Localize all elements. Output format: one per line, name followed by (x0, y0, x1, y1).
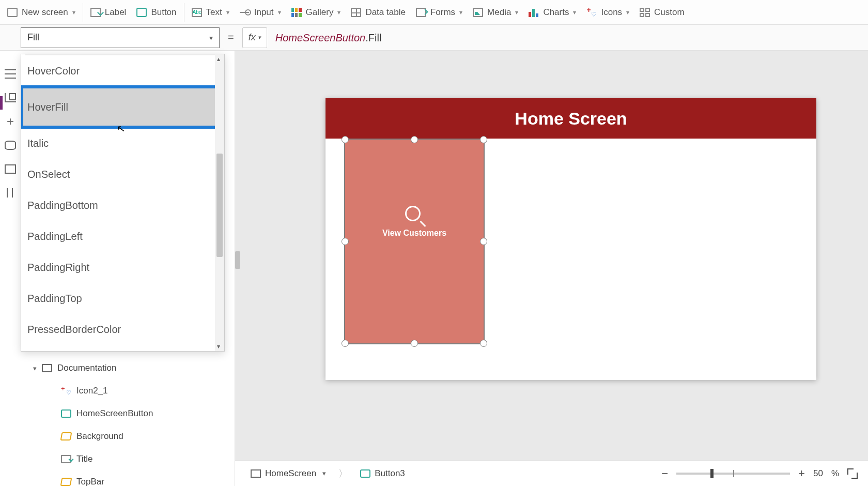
hamburger-icon[interactable] (5, 69, 16, 79)
chevron-down-icon: ▾ (337, 9, 340, 16)
prop-option-paddingright[interactable]: PaddingRight (21, 252, 224, 283)
crumb-screen[interactable]: HomeScreen ▾ (245, 466, 331, 481)
new-screen-label: New screen (22, 7, 68, 18)
icons-icon (61, 387, 71, 395)
prop-option-hoverfill[interactable]: HoverFill (21, 86, 224, 128)
prop-option-label: PaddingTop (27, 293, 82, 305)
new-screen-menu[interactable]: New screen ▾ (7, 7, 75, 18)
dropdown-top-edge (25, 54, 220, 55)
prop-option-paddingbottom[interactable]: PaddingBottom (21, 190, 224, 221)
input-label: Input (254, 7, 274, 18)
resize-handle-sw[interactable] (342, 340, 349, 347)
screen-icon (251, 469, 261, 478)
insert-button-button[interactable]: Button (136, 7, 176, 18)
insert-custom-menu[interactable]: Custom (640, 7, 685, 18)
screen-icon (42, 364, 52, 372)
text-label: Text (206, 7, 222, 18)
dropdown-scrollbar[interactable]: ▴ ▾ (215, 54, 224, 351)
app-header-title: Home Screen (515, 109, 627, 129)
chevron-down-icon: ▾ (226, 9, 229, 16)
chevron-down-icon: ▾ (459, 9, 462, 16)
resize-handle-s[interactable] (411, 340, 418, 347)
status-bar: HomeScreen ▾ 〉 Button3 − + 50 % (235, 460, 868, 486)
app-screen-preview[interactable]: Home Screen View Customers (326, 98, 816, 380)
prop-option-label: PaddingLeft (27, 231, 83, 242)
insert-forms-menu[interactable]: Forms ▾ (416, 7, 462, 18)
advanced-tools-icon[interactable] (5, 188, 16, 198)
left-rail: + (0, 51, 21, 486)
resize-handle-w[interactable] (342, 238, 349, 245)
fx-button[interactable]: fx ▾ (242, 27, 267, 48)
resize-handle-n[interactable] (411, 136, 418, 143)
formula-input[interactable]: HomeScreenButton.Fill (275, 32, 382, 44)
slider-knob[interactable] (710, 469, 714, 478)
tree-node-label: Icon2_1 (76, 386, 108, 396)
fit-to-window-icon[interactable] (847, 468, 858, 479)
insert-media-menu[interactable]: Media ▾ (473, 7, 518, 18)
text-icon: Abc (192, 8, 202, 17)
tree-node-title[interactable]: Title (61, 448, 230, 470)
table-icon (351, 8, 361, 17)
canvas-area[interactable]: Home Screen View Customers (235, 51, 868, 460)
property-select[interactable]: Fill ▾ (21, 27, 220, 48)
tree-node-background[interactable]: Background (61, 425, 230, 448)
screen-icon (7, 8, 18, 17)
label-icon (90, 8, 101, 17)
formula-reference: HomeScreenButton (275, 32, 366, 43)
crumb-control[interactable]: Button3 (355, 466, 410, 481)
resize-handle-se[interactable] (480, 340, 487, 347)
panel-resize-handle[interactable] (235, 251, 240, 269)
insert-gallery-menu[interactable]: Gallery ▾ (291, 7, 341, 18)
button-icon (360, 469, 370, 478)
selected-control[interactable]: View Customers (344, 139, 485, 344)
insert-charts-menu[interactable]: Charts ▾ (529, 7, 576, 18)
zoom-out-button[interactable]: − (661, 467, 668, 480)
prop-option-hovercolor[interactable]: HoverColor (21, 55, 224, 86)
scroll-down-icon[interactable]: ▾ (217, 343, 220, 350)
tree-node-topbar[interactable]: TopBar (61, 470, 230, 486)
tree-node-label: Background (76, 431, 123, 442)
data-icon[interactable] (5, 141, 16, 150)
tree-view-icon[interactable] (5, 93, 16, 102)
zoom-slider[interactable] (676, 473, 790, 475)
icons-label: Icons (601, 7, 622, 18)
zoom-controls: − + 50 % (661, 467, 858, 480)
resize-handle-e[interactable] (480, 238, 487, 245)
scroll-up-icon[interactable]: ▴ (217, 55, 220, 63)
prop-option-label: HoverFill (27, 101, 68, 113)
media-panel-icon[interactable] (5, 164, 16, 174)
chevron-down-icon: ▾ (573, 9, 576, 16)
button-text: Button (151, 7, 176, 18)
prop-option-italic[interactable]: Italic (21, 128, 224, 159)
prop-option-paddingleft[interactable]: PaddingLeft (21, 221, 224, 252)
insert-icon[interactable]: + (5, 117, 16, 126)
formula-bar: Fill ▾ = fx ▾ HomeScreenButton.Fill (0, 25, 868, 51)
prop-option-onselect[interactable]: OnSelect (21, 159, 224, 190)
zoom-unit: % (831, 468, 839, 479)
resize-handle-nw[interactable] (342, 136, 349, 143)
input-icon (240, 8, 250, 17)
form-icon (416, 8, 426, 17)
insert-text-menu[interactable]: Abc Text ▾ (192, 7, 229, 18)
insert-label-button[interactable]: Label (90, 7, 127, 18)
property-dropdown: HoverColor HoverFill Italic OnSelect Pad… (21, 54, 225, 352)
canvas-wrap: Home Screen View Customers (235, 51, 868, 486)
scroll-thumb[interactable] (216, 154, 223, 257)
custom-label: Custom (654, 7, 685, 18)
insert-icons-menu[interactable]: Icons ▾ (586, 7, 629, 18)
insert-datatable-button[interactable]: Data table (351, 7, 406, 18)
breadcrumb: HomeScreen ▾ 〉 Button3 (245, 466, 410, 481)
chevron-down-icon: ▾ (322, 469, 326, 477)
left-panel: + HoverColor HoverFill Italic OnSelect P… (0, 51, 235, 486)
tree-node-icon2_1[interactable]: Icon2_1 (61, 379, 230, 402)
resize-handle-ne[interactable] (480, 136, 487, 143)
prop-option-paddingtop[interactable]: PaddingTop (21, 283, 224, 314)
zoom-in-button[interactable]: + (798, 467, 805, 480)
chevron-down-icon: ▾ (626, 9, 629, 16)
prop-option-pressedbordercolor[interactable]: PressedBorderColor (21, 314, 224, 345)
insert-input-menu[interactable]: Input ▾ (240, 7, 281, 18)
zoom-value: 50 (813, 468, 823, 479)
slider-tick (733, 470, 734, 477)
tree-node-documentation[interactable]: ▾ Documentation (33, 357, 230, 379)
tree-node-homescreenbutton[interactable]: HomeScreenButton (61, 402, 230, 425)
